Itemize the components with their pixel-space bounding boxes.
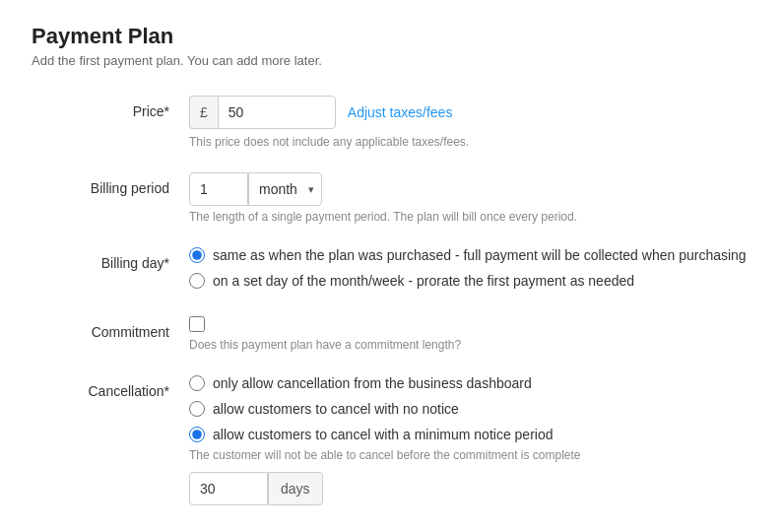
- billing-day-option-2-label: on a set day of the month/week - prorate…: [213, 273, 634, 289]
- billing-day-row: Billing day* same as when the plan was p…: [32, 247, 751, 293]
- cancellation-radio-1[interactable]: [189, 375, 205, 391]
- days-input[interactable]: [189, 472, 268, 505]
- cancellation-radio-2[interactable]: [189, 401, 205, 417]
- page-subtitle: Add the first payment plan. You can add …: [32, 53, 751, 68]
- price-input[interactable]: [218, 96, 336, 129]
- days-group: days: [189, 472, 751, 505]
- billing-day-option-1[interactable]: same as when the plan was purchased - fu…: [189, 247, 751, 263]
- billing-day-content: same as when the plan was purchased - fu…: [189, 247, 751, 293]
- billing-day-option-2[interactable]: on a set day of the month/week - prorate…: [189, 273, 751, 289]
- billing-period-label: Billing period: [32, 172, 189, 196]
- cancellation-radio-3[interactable]: [189, 427, 205, 442]
- commitment-label: Commitment: [32, 316, 189, 340]
- currency-symbol: £: [189, 96, 218, 129]
- commitment-checkbox-item: [189, 316, 751, 332]
- price-label: Price*: [32, 96, 189, 119]
- billing-day-radio-group: same as when the plan was purchased - fu…: [189, 247, 751, 289]
- price-row: Price* £ Adjust taxes/fees This price do…: [32, 96, 751, 149]
- cancellation-option-3[interactable]: allow customers to cancel with a minimum…: [189, 427, 751, 442]
- cancellation-hint: The customer will not be able to cancel …: [189, 448, 751, 462]
- commitment-hint: Does this payment plan have a commitment…: [189, 338, 751, 352]
- price-input-group: £ Adjust taxes/fees: [189, 96, 751, 129]
- billing-day-radio-1[interactable]: [189, 247, 205, 263]
- adjust-taxes-link[interactable]: Adjust taxes/fees: [348, 104, 453, 120]
- commitment-row: Commitment Does this payment plan have a…: [32, 316, 751, 352]
- days-suffix: days: [268, 472, 323, 505]
- commitment-checkbox[interactable]: [189, 316, 205, 332]
- billing-period-hint: The length of a single payment period. T…: [189, 210, 751, 224]
- billing-day-radio-2[interactable]: [189, 273, 205, 289]
- period-select[interactable]: month week year day: [248, 172, 322, 206]
- cancellation-row: Cancellation* only allow cancellation fr…: [32, 375, 751, 505]
- billing-period-content: month week year day The length of a sing…: [189, 172, 751, 224]
- cancellation-option-1[interactable]: only allow cancellation from the busines…: [189, 375, 751, 391]
- page-title: Payment Plan: [32, 24, 751, 49]
- cancellation-label: Cancellation*: [32, 375, 189, 399]
- price-content: £ Adjust taxes/fees This price does not …: [189, 96, 751, 149]
- cancellation-option-2[interactable]: allow customers to cancel with no notice: [189, 401, 751, 417]
- billing-period-row: Billing period month week year day The l…: [32, 172, 751, 224]
- period-select-wrapper: month week year day: [248, 172, 322, 206]
- billing-day-label: Billing day*: [32, 247, 189, 271]
- cancellation-radio-group: only allow cancellation from the busines…: [189, 375, 751, 442]
- period-number-input[interactable]: [189, 172, 248, 206]
- commitment-content: Does this payment plan have a commitment…: [189, 316, 751, 352]
- cancellation-option-2-label: allow customers to cancel with no notice: [213, 401, 459, 417]
- cancellation-option-1-label: only allow cancellation from the busines…: [213, 375, 532, 391]
- price-hint: This price does not include any applicab…: [189, 135, 751, 149]
- billing-period-group: month week year day: [189, 172, 751, 206]
- cancellation-option-3-label: allow customers to cancel with a minimum…: [213, 427, 553, 442]
- cancellation-content: only allow cancellation from the busines…: [189, 375, 751, 505]
- billing-day-option-1-label: same as when the plan was purchased - fu…: [213, 247, 747, 263]
